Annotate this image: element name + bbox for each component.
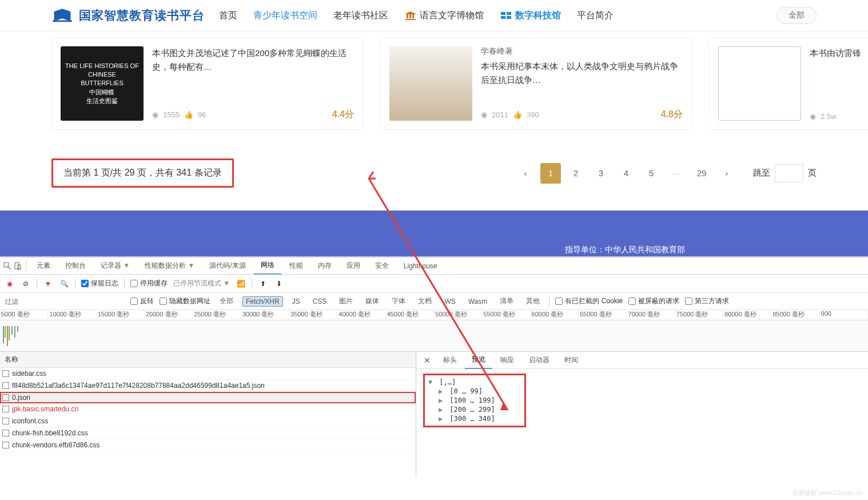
tab-lighthouse[interactable]: Lighthouse	[397, 259, 444, 273]
type-css[interactable]: CSS	[309, 296, 331, 307]
search-icon[interactable]: 🔍	[59, 279, 69, 289]
nav-language-museum[interactable]: 语言文字博物馆	[404, 10, 484, 22]
preserve-log-checkbox[interactable]: 保留日志	[81, 279, 118, 288]
type-img[interactable]: 图片	[336, 295, 356, 307]
type-js[interactable]: JS	[289, 296, 304, 307]
request-row[interactable]: jpk.basic.smartedu.cn	[0, 403, 416, 415]
book-card[interactable]: 本书由访雷锋 ◉2.5w	[709, 37, 868, 130]
upload-icon[interactable]: ⬆	[258, 279, 268, 289]
tree-range[interactable]: ▶ [300 … 340]	[428, 414, 521, 423]
request-name: iconfont.css	[12, 417, 48, 425]
request-list: 名称 sidebar.cssf848d8b521af3a6c13474ae97d…	[0, 352, 416, 478]
file-icon	[2, 418, 9, 424]
tab-network[interactable]: 网络	[254, 257, 281, 275]
request-name: chunk-vendors.efb87d86.css	[12, 441, 99, 449]
nav-home[interactable]: 首页	[219, 10, 237, 22]
name-column-header[interactable]: 名称	[0, 352, 416, 368]
filter-icon[interactable]: ▼	[43, 279, 53, 289]
tree-range[interactable]: ▶ [0 … 99]	[428, 387, 521, 396]
inspect-icon[interactable]	[3, 261, 12, 271]
page-prev-button[interactable]: ‹	[515, 163, 536, 184]
book-author: 学春峰著	[481, 46, 683, 57]
invert-checkbox[interactable]: 反转	[130, 296, 154, 306]
logo[interactable]: 国家智慧教育读书平台	[51, 7, 205, 23]
tree-root[interactable]: ▼ [,…]	[428, 378, 521, 387]
page-4-button[interactable]: 4	[616, 163, 636, 184]
type-fetch-xhr[interactable]: Fetch/XHR	[242, 296, 283, 307]
page-1-button[interactable]: 1	[540, 163, 561, 184]
tree-range[interactable]: ▶ [200 … 299]	[428, 405, 521, 414]
type-font[interactable]: 字体	[388, 295, 409, 307]
page-2-button[interactable]: 2	[566, 163, 586, 184]
detail-tab-response[interactable]: 响应	[493, 352, 521, 368]
nav-tech-museum[interactable]: 数字科技馆	[500, 10, 561, 22]
filter-input[interactable]	[5, 297, 39, 305]
detail-tab-preview[interactable]: 预览	[465, 351, 492, 369]
record-icon[interactable]: ◉	[5, 279, 15, 289]
nav-elderly[interactable]: 老年读书社区	[333, 10, 388, 22]
device-icon[interactable]	[13, 261, 22, 271]
file-icon	[2, 370, 9, 377]
page-next-button[interactable]: ›	[716, 163, 737, 184]
wifi-icon[interactable]: 📶	[236, 279, 246, 289]
blocked-cookies-checkbox[interactable]: 有已拦截的 Cookie	[555, 296, 623, 306]
tab-memory[interactable]: 内存	[311, 257, 339, 274]
file-icon	[2, 430, 9, 436]
detail-tab-timing[interactable]: 时间	[558, 352, 585, 368]
book-cover	[389, 46, 472, 121]
type-other[interactable]: 其他	[523, 295, 543, 307]
tab-security[interactable]: 安全	[368, 257, 396, 274]
book-card[interactable]: THE LIFE HISTORIES OF CHINESE BUTTERFLIE…	[51, 37, 363, 130]
detail-tab-initiator[interactable]: 启动器	[522, 352, 556, 368]
close-detail-icon[interactable]: ✕	[419, 356, 435, 365]
type-wasm[interactable]: Wasm	[465, 296, 491, 307]
request-row[interactable]: chunk-fish.bbe8192d.css	[0, 427, 416, 439]
type-media[interactable]: 媒体	[362, 295, 383, 307]
request-detail: ✕ 标头 预览 响应 启动器 时间 ▼ [,…] ▶ [0 … 99] ▶ [1…	[416, 352, 868, 478]
tab-recorder[interactable]: 记录器 ▼	[94, 257, 137, 274]
book-card[interactable]: 学春峰著 本书采用纪事本末体，以人类战争文明史与鸦片战争后至抗日战争… ◉201…	[380, 37, 692, 130]
book-stats: ◉2011 👍390 4.8分	[481, 109, 683, 121]
eye-icon: ◉	[481, 110, 487, 119]
hide-data-checkbox[interactable]: 隐藏数据网址	[160, 296, 210, 306]
book-logo-icon	[51, 7, 73, 23]
filter-all-button[interactable]: 全部	[777, 7, 817, 24]
nav-youth[interactable]: 青少年读书空间	[253, 10, 317, 22]
tab-console[interactable]: 控制台	[58, 257, 93, 274]
throttling-select[interactable]: 已停用节流模式 ▼	[173, 279, 230, 288]
page-3-button[interactable]: 3	[591, 163, 611, 184]
nav-about[interactable]: 平台简介	[577, 10, 614, 22]
page-jump-input[interactable]	[775, 164, 803, 182]
page-29-button[interactable]: 29	[691, 163, 712, 184]
request-row[interactable]: sidebar.css	[0, 368, 416, 380]
type-manifest[interactable]: 清单	[496, 295, 517, 307]
tab-sources[interactable]: 源代码/来源	[202, 257, 252, 274]
third-party-checkbox[interactable]: 第三方请求	[685, 296, 729, 306]
book-cards-row: THE LIFE HISTORIES OF CHINESE BUTTERFLIE…	[0, 31, 868, 141]
page-5-button[interactable]: 5	[641, 163, 662, 184]
tech-icon	[500, 11, 512, 20]
type-all[interactable]: 全部	[216, 295, 237, 307]
download-icon[interactable]: ⬇	[274, 279, 284, 289]
page-ellipsis: ···	[666, 163, 687, 184]
request-row[interactable]: chunk-vendors.efb87d86.css	[0, 439, 416, 451]
tab-application[interactable]: 应用	[340, 257, 367, 274]
timeline-chart[interactable]	[0, 320, 868, 352]
request-name: chunk-fish.bbe8192d.css	[12, 429, 88, 437]
request-row[interactable]: iconfont.css	[0, 415, 416, 427]
detail-tab-headers[interactable]: 标头	[436, 352, 464, 368]
blocked-requests-checkbox[interactable]: 被屏蔽的请求	[628, 296, 679, 306]
eye-icon: ◉	[810, 112, 816, 121]
tab-performance[interactable]: 性能	[282, 257, 310, 274]
type-doc[interactable]: 文档	[415, 295, 435, 307]
tab-elements[interactable]: 元素	[30, 257, 57, 274]
type-ws[interactable]: WS	[441, 296, 459, 307]
tree-range[interactable]: ▶ [100 … 199]	[428, 396, 521, 405]
request-row[interactable]: 0.json	[0, 392, 416, 403]
museum-icon	[404, 11, 417, 20]
disable-cache-checkbox[interactable]: 停用缓存	[130, 279, 168, 288]
tab-performance-insights[interactable]: 性能数据分析 ▼	[138, 257, 201, 274]
request-row[interactable]: f848d8b521af3a6c13474ae97d117e7f428208b7…	[0, 380, 416, 392]
clear-icon[interactable]: ⊘	[21, 279, 31, 289]
page-info-highlight: 当前第 1 页/共 29 页，共有 341 条记录	[51, 158, 234, 188]
